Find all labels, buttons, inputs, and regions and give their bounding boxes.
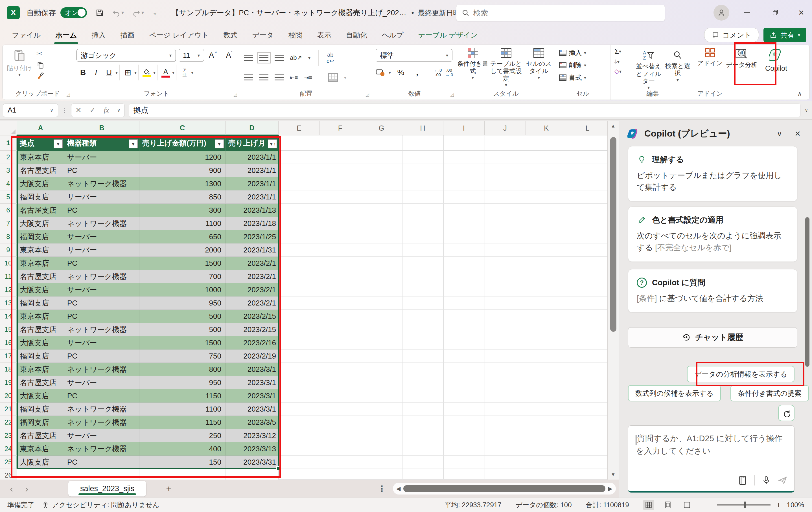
copilot-card-formatting[interactable]: 色と書式設定の適用 次のすべてのセルを次のように強調表示する [不完全なセルを赤…	[628, 207, 797, 262]
cell-branch[interactable]: 福岡支店	[17, 230, 64, 243]
underline-button[interactable]: U	[103, 66, 115, 79]
comments-button[interactable]: コメント	[704, 28, 759, 42]
ribbon-tab[interactable]: 表示	[310, 25, 339, 44]
ribbon-tab[interactable]: ホーム	[48, 25, 84, 44]
cell-device[interactable]: ネットワーク機器	[64, 177, 139, 190]
clipboard-dialog-launcher[interactable]: ◿	[67, 92, 70, 97]
formula-input[interactable]: 拠点	[129, 103, 801, 117]
cell-device[interactable]: PC	[64, 310, 139, 323]
status-count[interactable]: データの個数: 100	[515, 501, 572, 509]
row-header[interactable]: 26	[0, 469, 17, 480]
microphone-icon[interactable]	[762, 476, 771, 485]
row-header[interactable]: 22	[0, 416, 17, 429]
cell-branch[interactable]: 大阪支店	[17, 456, 64, 469]
copilot-card-ask[interactable]: ? Copilot に質問 [条件] に基づいて値を合計する方法	[628, 269, 797, 312]
column-header[interactable]: D	[226, 121, 279, 135]
row-header[interactable]: 12	[0, 283, 17, 297]
ribbon-tab[interactable]: ファイル	[4, 25, 48, 44]
borders-button[interactable]: ⊞	[121, 66, 134, 79]
align-center-button[interactable]	[259, 74, 268, 81]
cell-branch[interactable]: 福岡支店	[17, 350, 64, 363]
italic-button[interactable]: I	[89, 66, 103, 79]
chat-history-button[interactable]: チャット履歴	[628, 327, 797, 348]
cell-device[interactable]: ネットワーク機器	[64, 363, 139, 376]
cell-amount[interactable]: 800	[139, 363, 226, 376]
cell-amount[interactable]: 1200	[139, 151, 226, 164]
filter-button[interactable]: ▼	[54, 139, 63, 148]
cell-amount[interactable]: 700	[139, 270, 226, 283]
delete-cells-button[interactable]: 削除▾	[555, 59, 610, 71]
cell-branch[interactable]: 名古屋支店	[17, 204, 64, 217]
cell-device[interactable]: サーバー	[64, 151, 139, 164]
decrease-font-button[interactable]: Aˇ	[223, 49, 236, 62]
column-header[interactable]: F	[320, 121, 361, 135]
cell-device[interactable]: サーバー	[64, 429, 139, 442]
cell-amount[interactable]: 650	[139, 230, 226, 243]
cell-amount[interactable]: 950	[139, 297, 226, 310]
row-header[interactable]: 15	[0, 323, 17, 336]
prompt-guide-icon[interactable]	[738, 476, 747, 485]
chip-show-data-insights[interactable]: データの分析情報を表示する	[687, 366, 794, 382]
column-header[interactable]: K	[526, 121, 567, 135]
cell-month[interactable]: 2023/1/1	[226, 164, 279, 177]
cell-device[interactable]: サーバー	[64, 336, 139, 350]
cell-device[interactable]: PC	[64, 164, 139, 177]
scroll-right-arrow[interactable]: ▶	[608, 485, 612, 492]
close-pane-button[interactable]: ✕	[794, 129, 801, 138]
filter-button[interactable]: ▼	[129, 139, 138, 148]
row-header[interactable]: 25	[0, 456, 17, 469]
cell-device[interactable]: PC	[64, 257, 139, 270]
row-header[interactable]: 20	[0, 389, 17, 402]
chip-suggest-formula-columns[interactable]: 数式列の候補を表示する	[628, 385, 721, 401]
ribbon-tab[interactable]: テーブル デザイン	[411, 25, 485, 44]
copilot-card-understand[interactable]: 理解する ピボットテーブルまたはグラフを使用して集計する	[628, 146, 797, 202]
cell-month[interactable]: 2023/2/1	[226, 270, 279, 283]
select-all-corner[interactable]	[0, 121, 17, 135]
cell-amount[interactable]: 900	[139, 164, 226, 177]
copilot-input[interactable]: 質問するか、A1:D25 に対して行う操作を入力してください	[628, 425, 794, 492]
cell-month[interactable]: 2023/2/1	[226, 257, 279, 270]
column-header[interactable]: G	[361, 121, 402, 135]
cell-month[interactable]: 2023/1/1	[226, 190, 279, 204]
cell-amount[interactable]: 1150	[139, 389, 226, 402]
cell-amount[interactable]: 500	[139, 310, 226, 323]
row-header[interactable]: 2	[0, 151, 17, 164]
increase-indent-button[interactable]: ⇥≡	[304, 74, 312, 81]
tab-splitter-handle[interactable]: ⋮	[378, 484, 386, 494]
font-dialog-launcher[interactable]: ◿	[234, 92, 237, 97]
cell-amount[interactable]: 850	[139, 190, 226, 204]
cell-month[interactable]: 2023/3/13	[226, 442, 279, 456]
cell-month[interactable]: 2023/3/5	[226, 416, 279, 429]
table-header-cell[interactable]: 売り上げ月 ▼↑	[226, 135, 279, 151]
cell-device[interactable]: サーバー	[64, 243, 139, 257]
percent-button[interactable]: %	[394, 66, 407, 79]
cell-amount[interactable]: 1000	[139, 283, 226, 297]
page-break-view-button[interactable]	[682, 500, 692, 510]
cell-month[interactable]: 2023/1/1	[226, 177, 279, 190]
phonetic-guide-button[interactable]: ア亜	[178, 66, 191, 79]
save-button[interactable]	[95, 8, 104, 17]
ribbon-tab[interactable]: 数式	[216, 25, 245, 44]
scroll-left-arrow[interactable]: ◀	[396, 485, 401, 492]
row-header[interactable]: 24	[0, 442, 17, 456]
cell-month[interactable]: 2023/1/13	[226, 204, 279, 217]
table-header-cell[interactable]: 売り上げ金額(万円) ▼	[139, 135, 226, 151]
cell-branch[interactable]: 東京本店	[17, 363, 64, 376]
clear-button[interactable]: ◇▾	[614, 68, 633, 75]
status-average[interactable]: 平均: 22933.72917	[444, 501, 501, 509]
formula-bar-splitter[interactable]: ⋮	[61, 107, 68, 114]
pane-scroll-thumb[interactable]	[805, 217, 809, 367]
chip-conditional-format-suggestion[interactable]: 条件付き書式の提案	[730, 385, 809, 401]
cell-month[interactable]: 2023/2/19	[226, 350, 279, 363]
column-header[interactable]: H	[402, 121, 443, 135]
row-header[interactable]: 8	[0, 230, 17, 243]
cell-branch[interactable]: 大阪支店	[17, 389, 64, 402]
number-dialog-launcher[interactable]: ◿	[451, 92, 454, 97]
cell-amount[interactable]: 750	[139, 350, 226, 363]
cell-device[interactable]: ネットワーク機器	[64, 270, 139, 283]
row-header[interactable]: 1	[0, 135, 17, 151]
restore-button[interactable]	[768, 6, 782, 19]
refresh-suggestions-button[interactable]	[778, 405, 794, 421]
table-header-cell[interactable]: 拠点 ▼	[17, 135, 64, 151]
collapse-ribbon-button[interactable]: ∧	[797, 90, 802, 98]
